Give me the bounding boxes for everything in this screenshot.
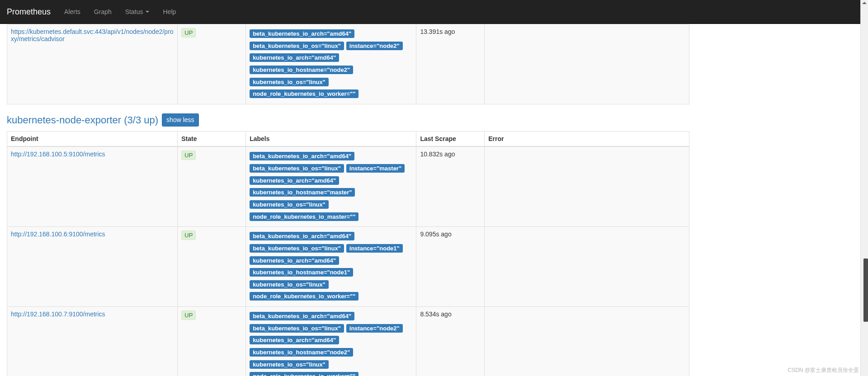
label-badge: kubernetes_io_os="linux" bbox=[250, 280, 329, 289]
label-badge: node_role_kubernetes_io_master="" bbox=[250, 212, 359, 221]
scroll-up-icon bbox=[862, 2, 867, 4]
nav-status-label: Status bbox=[125, 8, 143, 15]
label-badge: kubernetes_io_os="linux" bbox=[250, 360, 329, 369]
label-badge: kubernetes_io_arch="amd64" bbox=[250, 176, 339, 185]
navbar: Prometheus Alerts Graph Status Help bbox=[0, 0, 868, 24]
labels-cell: beta_kubernetes_io_arch="amd64" beta_kub… bbox=[246, 24, 416, 104]
nav-help[interactable]: Help bbox=[156, 1, 183, 22]
label-badge: beta_kubernetes_io_arch="amd64" bbox=[250, 232, 354, 240]
state-badge: UP bbox=[181, 28, 196, 38]
nav-alerts[interactable]: Alerts bbox=[57, 1, 87, 22]
label-badge: kubernetes_io_hostname="node1" bbox=[250, 268, 353, 277]
error-cell bbox=[485, 146, 689, 226]
section-title-text: kubernetes-node-exporter (3/3 up) bbox=[7, 114, 158, 126]
endpoint-link[interactable]: http://192.168.100.6:9100/metrics bbox=[11, 230, 105, 238]
last-scrape: 8.534s ago bbox=[416, 307, 485, 376]
label-badge: beta_kubernetes_io_os="linux" bbox=[250, 42, 344, 50]
labels-cell: beta_kubernetes_io_arch="amd64" beta_kub… bbox=[246, 146, 416, 226]
watermark-text: CSDN @富士康质检员张全蛋 bbox=[788, 367, 859, 374]
scrollbar-thumb[interactable] bbox=[863, 258, 868, 322]
label-badge: node_role_kubernetes_io_worker="" bbox=[250, 89, 359, 98]
label-badge: beta_kubernetes_io_os="linux" bbox=[250, 324, 344, 333]
show-less-button[interactable]: show less bbox=[162, 113, 198, 127]
label-badge: kubernetes_io_arch="amd64" bbox=[250, 53, 339, 62]
label-badge: kubernetes_io_hostname="node2" bbox=[250, 348, 353, 357]
label-badge: instance="node2" bbox=[346, 324, 403, 333]
column-header-state: State bbox=[178, 132, 246, 147]
last-scrape: 9.095s ago bbox=[416, 227, 485, 307]
endpoint-link[interactable]: http://192.168.100.7:9100/metrics bbox=[11, 310, 105, 318]
last-scrape: 13.391s ago bbox=[416, 24, 485, 104]
label-badge: beta_kubernetes_io_arch="amd64" bbox=[250, 29, 354, 38]
label-badge: node_role_kubernetes_io_worker="" bbox=[250, 292, 359, 301]
label-badge: instance="node2" bbox=[346, 42, 403, 50]
label-badge: kubernetes_io_os="linux" bbox=[250, 200, 329, 209]
table-row: http://192.168.100.5:9100/metricsUPbeta_… bbox=[7, 146, 689, 226]
label-badge: beta_kubernetes_io_os="linux" bbox=[250, 164, 344, 173]
section-title-kubernetes-node-exporter[interactable]: kubernetes-node-exporter (3/3 up)show le… bbox=[7, 113, 689, 127]
label-badge: beta_kubernetes_io_os="linux" bbox=[250, 244, 344, 253]
labels-cell: beta_kubernetes_io_arch="amd64" beta_kub… bbox=[246, 307, 416, 376]
label-badge: instance="node1" bbox=[346, 244, 403, 253]
column-header-error: Error bbox=[485, 132, 689, 147]
targets-container: https://kubernetes.default.svc:443/api/v… bbox=[0, 24, 696, 376]
state-badge: UP bbox=[181, 310, 196, 320]
nav-status[interactable]: Status bbox=[118, 1, 156, 22]
table-row: https://kubernetes.default.svc:443/api/v… bbox=[7, 24, 689, 104]
label-badge: kubernetes_io_hostname="master" bbox=[250, 188, 355, 197]
label-badge: kubernetes_io_arch="amd64" bbox=[250, 336, 339, 344]
targets-table-kubernetes-node-exporter: EndpointStateLabelsLast ScrapeErrorhttp:… bbox=[7, 131, 689, 376]
targets-table-kubernetes-cadvisor: https://kubernetes.default.svc:443/api/v… bbox=[7, 24, 689, 104]
label-badge: kubernetes_io_arch="amd64" bbox=[250, 256, 339, 265]
labels-cell: beta_kubernetes_io_arch="amd64" beta_kub… bbox=[246, 227, 416, 307]
last-scrape: 10.832s ago bbox=[416, 146, 485, 226]
label-badge: instance="master" bbox=[346, 164, 405, 173]
state-badge: UP bbox=[181, 150, 196, 160]
endpoint-link[interactable]: http://192.168.100.5:9100/metrics bbox=[11, 150, 105, 158]
column-header-labels: Labels bbox=[246, 132, 416, 147]
column-header-endpoint: Endpoint bbox=[7, 132, 178, 147]
label-badge: node_role_kubernetes_io_worker="" bbox=[250, 372, 359, 376]
error-cell bbox=[485, 307, 689, 376]
navbar-brand[interactable]: Prometheus bbox=[0, 0, 57, 24]
chevron-down-icon bbox=[146, 11, 149, 13]
table-row: http://192.168.100.7:9100/metricsUPbeta_… bbox=[7, 307, 689, 376]
column-header-last_scrape: Last Scrape bbox=[416, 132, 485, 147]
label-badge: kubernetes_io_hostname="node2" bbox=[250, 66, 353, 74]
state-badge: UP bbox=[181, 230, 196, 240]
table-row: http://192.168.100.6:9100/metricsUPbeta_… bbox=[7, 227, 689, 307]
nav-graph[interactable]: Graph bbox=[87, 1, 118, 22]
error-cell bbox=[485, 227, 689, 307]
endpoint-link[interactable]: https://kubernetes.default.svc:443/api/v… bbox=[11, 28, 174, 42]
label-badge: beta_kubernetes_io_arch="amd64" bbox=[250, 152, 354, 160]
label-badge: beta_kubernetes_io_arch="amd64" bbox=[250, 312, 354, 320]
label-badge: kubernetes_io_os="linux" bbox=[250, 78, 329, 86]
error-cell bbox=[485, 24, 689, 104]
